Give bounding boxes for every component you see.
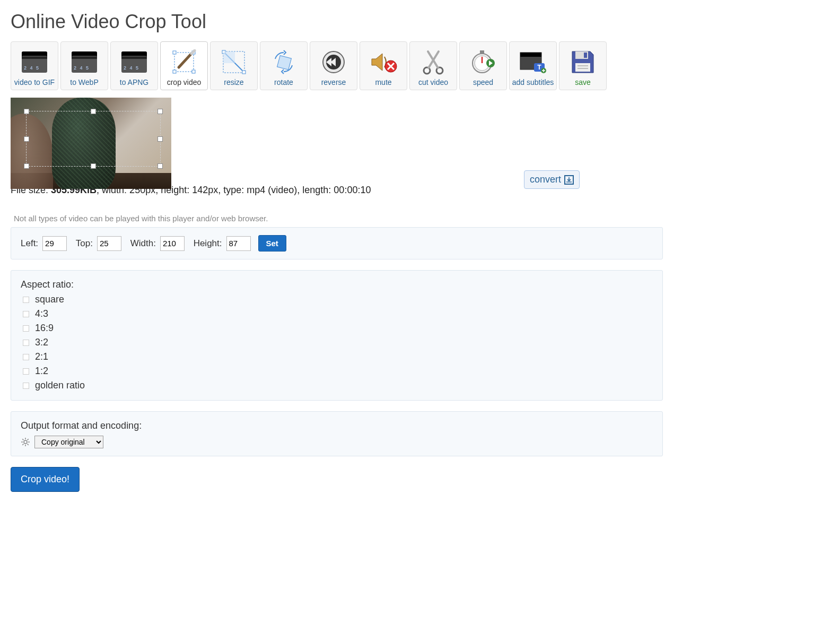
top-input[interactable] (97, 236, 121, 251)
tool-resize[interactable]: resize (210, 41, 258, 90)
aspect-checkbox-32[interactable] (23, 340, 29, 346)
left-label: Left: (21, 238, 38, 249)
tool-label: cut video (418, 78, 448, 86)
aspect-option: square (21, 292, 653, 307)
page-title: Online Video Crop Tool (11, 11, 829, 33)
output-format-select[interactable]: Copy original (34, 436, 103, 448)
tool-mute[interactable]: mute (360, 41, 407, 90)
aspect-label: square (35, 292, 64, 307)
crop-handle-nw[interactable] (24, 109, 29, 114)
crop-handle-sw[interactable] (24, 163, 29, 169)
aspect-label: 16:9 (35, 321, 54, 335)
crop-handle-se[interactable] (158, 163, 163, 169)
aspect-option: 2:1 (21, 350, 653, 364)
convert-label: convert (530, 174, 561, 185)
cropvideo-icon (170, 48, 198, 76)
left-input[interactable] (42, 236, 67, 251)
addsubtitles-icon: T (519, 48, 547, 76)
tool-speed[interactable]: speed (459, 41, 507, 90)
tool-label: rotate (274, 78, 293, 86)
coordinates-panel: Left: Top: Width: Height: Set (11, 227, 663, 259)
reverse-icon (320, 48, 347, 76)
crop-handle-w[interactable] (24, 136, 29, 142)
tool-label: resize (224, 78, 243, 86)
svg-rect-16 (480, 50, 484, 54)
svg-line-36 (28, 439, 29, 440)
svg-rect-25 (575, 63, 590, 72)
save-icon (569, 48, 597, 76)
speed-icon (469, 48, 497, 76)
set-button[interactable]: Set (258, 235, 286, 252)
mute-icon (370, 48, 397, 76)
aspect-option: 1:2 (21, 364, 653, 378)
tool-label: mute (375, 78, 391, 86)
aspect-checkbox-square[interactable] (23, 297, 29, 303)
svg-line-33 (22, 439, 23, 440)
aspect-checkbox-12[interactable] (23, 368, 29, 375)
tool-label: to WebP (70, 78, 98, 86)
aspect-ratio-panel: Aspect ratio: square4:316:93:22:11:2gold… (11, 270, 663, 401)
crop-handle-e[interactable] (158, 136, 163, 142)
tool-videotogif[interactable]: video to GIF (11, 41, 58, 90)
output-format-title: Output format and encoding: (21, 420, 653, 431)
tool-label: reverse (321, 78, 346, 86)
tool-label: save (575, 78, 591, 86)
tool-label: crop video (167, 78, 202, 86)
preview-area (11, 98, 171, 189)
svg-line-34 (28, 444, 29, 445)
aspect-option: 4:3 (21, 307, 653, 321)
tool-addsubtitles[interactable]: Tadd subtitles (509, 41, 557, 90)
aspect-label: 1:2 (35, 364, 48, 378)
crop-selection[interactable] (26, 111, 161, 167)
rotate-icon (270, 48, 298, 76)
crop-handle-ne[interactable] (158, 109, 163, 114)
aspect-checkbox-43[interactable] (23, 311, 29, 317)
tool-cutvideo[interactable]: cut video (409, 41, 457, 90)
crop-video-button[interactable]: Crop video! (11, 467, 80, 492)
aspect-checkbox-169[interactable] (23, 325, 29, 332)
toolbar: video to GIFto WebPto APNGcrop videoresi… (11, 41, 829, 90)
width-label: Width: (130, 238, 156, 249)
player-note: Not all types of video can be played wit… (14, 214, 829, 223)
svg-line-35 (22, 444, 23, 445)
crop-handle-s[interactable] (91, 163, 96, 169)
tool-rotate[interactable]: rotate (260, 41, 308, 90)
svg-rect-1 (173, 51, 176, 54)
height-label: Height: (194, 238, 222, 249)
aspect-option: golden ratio (21, 378, 653, 393)
towebp-icon (71, 48, 98, 76)
height-input[interactable] (226, 236, 251, 251)
toapng-icon (120, 48, 148, 76)
svg-rect-19 (520, 53, 541, 57)
aspect-checkbox-21[interactable] (23, 354, 29, 360)
aspect-checkbox-goldenratio[interactable] (23, 383, 29, 389)
tool-save[interactable]: save (559, 41, 607, 90)
svg-rect-8 (277, 56, 292, 70)
aspect-label: 2:1 (35, 350, 48, 364)
tool-reverse[interactable]: reverse (310, 41, 357, 90)
tool-label: speed (473, 78, 493, 86)
tool-label: add subtitles (512, 78, 554, 86)
width-input[interactable] (160, 236, 185, 251)
svg-rect-3 (173, 70, 176, 73)
video-preview[interactable] (11, 98, 171, 189)
svg-point-28 (24, 440, 27, 444)
tool-towebp[interactable]: to WebP (60, 41, 108, 90)
aspect-label: 3:2 (35, 335, 48, 350)
tool-label: to APNG (120, 78, 148, 86)
aspect-ratio-title: Aspect ratio: (21, 279, 653, 290)
download-icon (564, 175, 574, 185)
tool-cropvideo[interactable]: crop video (160, 41, 208, 90)
videotogif-icon (21, 48, 48, 76)
convert-button[interactable]: convert (524, 170, 580, 189)
resize-icon (220, 48, 248, 76)
svg-rect-7 (242, 71, 246, 74)
svg-rect-24 (584, 53, 587, 58)
top-label: Top: (76, 238, 93, 249)
aspect-label: golden ratio (35, 378, 85, 393)
tool-label: video to GIF (14, 78, 55, 86)
crop-handle-n[interactable] (91, 109, 96, 114)
cutvideo-icon (419, 48, 447, 76)
tool-toapng[interactable]: to APNG (110, 41, 158, 90)
aspect-option: 3:2 (21, 335, 653, 350)
